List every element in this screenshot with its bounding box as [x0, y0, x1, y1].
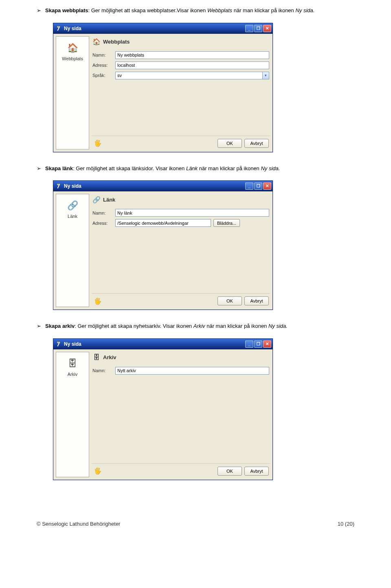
archive-box-icon: 🗄 [92, 353, 101, 362]
arrow-right-icon: ➢ [37, 7, 41, 15]
arrow-right-icon: ➢ [37, 165, 41, 173]
namn-input[interactable] [115, 367, 269, 375]
sidebar-item-lank[interactable]: 🔗 Länk [57, 197, 88, 223]
globe-house-icon: 🏠 [92, 38, 101, 46]
namn-input[interactable] [115, 209, 269, 217]
window-title: Ny sida [64, 26, 81, 31]
label-sprak: Språk: [92, 73, 113, 78]
wand-icon [56, 26, 62, 31]
browse-button[interactable]: Bläddra... [213, 219, 240, 227]
hand-icon[interactable]: 🖐 [93, 138, 103, 148]
ok-button[interactable]: OK [217, 139, 242, 148]
house-icon: 🏠 [66, 42, 79, 55]
adress-input[interactable] [115, 61, 269, 69]
titlebar[interactable]: Ny sida _ ❐ ✕ [53, 339, 272, 349]
titlebar[interactable]: Ny sida _ ❐ ✕ [53, 23, 272, 34]
close-button[interactable]: ✕ [263, 25, 271, 32]
label-adress: Adress: [92, 221, 113, 226]
label-namn: Namn: [92, 211, 113, 215]
bullet-text-3: Skapa arkiv: Ger möjlighet att skapa nyh… [45, 322, 354, 330]
cancel-button[interactable]: Avbryt [244, 467, 269, 476]
adress-input[interactable] [115, 219, 211, 227]
ok-button[interactable]: OK [217, 467, 242, 476]
sidebar-item-arkiv[interactable]: 🗄 Arkiv [57, 355, 88, 381]
bullet-item-1: ➢ Skapa webbplats: Ger möjlighet att ska… [37, 7, 354, 15]
sidebar-item-label: Länk [58, 214, 87, 219]
close-button[interactable]: ✕ [263, 340, 271, 348]
sidebar: 🗄 Arkiv [56, 352, 89, 477]
bullet-item-3: ➢ Skapa arkiv: Ger möjlighet att skapa n… [37, 322, 354, 330]
cancel-button[interactable]: Avbryt [244, 296, 269, 305]
maximize-button[interactable]: ❐ [254, 25, 262, 32]
label-adress: Adress: [92, 63, 113, 68]
namn-input[interactable] [115, 51, 269, 59]
sidebar-item-label: Arkiv [58, 372, 87, 377]
hand-icon[interactable]: 🖐 [93, 466, 103, 476]
archive-box-icon: 🗄 [66, 357, 79, 370]
label-namn: Namn: [92, 53, 113, 57]
cancel-button[interactable]: Avbryt [244, 139, 269, 148]
bullet-text-2: Skapa länk: Ger möjlighet att skapa länk… [45, 165, 354, 173]
chain-link-icon: 🔗 [92, 195, 101, 204]
wand-icon [56, 341, 62, 347]
maximize-button[interactable]: ❐ [254, 340, 262, 348]
close-button[interactable]: ✕ [263, 182, 271, 190]
wand-icon [56, 183, 62, 189]
panel-header-label: Arkiv [103, 354, 116, 360]
sidebar-item-label: Webbplats [58, 56, 87, 61]
minimize-button[interactable]: _ [245, 182, 253, 190]
arrow-right-icon: ➢ [37, 322, 41, 330]
panel-header-label: Webbplats [103, 39, 130, 45]
hand-icon[interactable]: 🖐 [93, 296, 103, 306]
sidebar-item-webbplats[interactable]: 🏠 Webbplats [57, 39, 88, 65]
titlebar[interactable]: Ny sida _ ❐ ✕ [53, 181, 272, 191]
label-namn: Namn: [92, 368, 113, 373]
minimize-button[interactable]: _ [245, 340, 253, 348]
bullet-bold: Skapa webbplats [45, 7, 88, 13]
dialog-ny-sida-webbplats: Ny sida _ ❐ ✕ 🏠 Webbplats 🏠 Webbplats [53, 23, 273, 152]
chain-link-icon: 🔗 [66, 199, 79, 212]
dialog-ny-sida-lank: Ny sida _ ❐ ✕ 🔗 Länk 🔗 Länk [53, 180, 273, 310]
window-title: Ny sida [64, 341, 81, 347]
panel-header-label: Länk [103, 197, 115, 203]
sidebar: 🔗 Länk [56, 194, 89, 307]
minimize-button[interactable]: _ [245, 25, 253, 32]
ok-button[interactable]: OK [217, 296, 242, 305]
chevron-down-icon[interactable]: ▾ [262, 72, 269, 79]
sidebar: 🏠 Webbplats [56, 36, 89, 149]
bullet-item-2: ➢ Skapa länk: Ger möjlighet att skapa lä… [37, 165, 354, 173]
page-footer: © Senselogic Lathund Behörigheter 10 (20… [0, 509, 391, 535]
dialog-ny-sida-arkiv: Ny sida _ ❐ ✕ 🗄 Arkiv 🗄 Arkiv [53, 338, 273, 480]
footer-left: © Senselogic Lathund Behörigheter [37, 521, 120, 527]
footer-right: 10 (20) [338, 521, 354, 527]
window-title: Ny sida [64, 183, 81, 189]
maximize-button[interactable]: ❐ [254, 182, 262, 190]
bullet-text-1: Skapa webbplats: Ger möjlighet att skapa… [45, 7, 354, 15]
sprak-input[interactable] [115, 72, 262, 79]
